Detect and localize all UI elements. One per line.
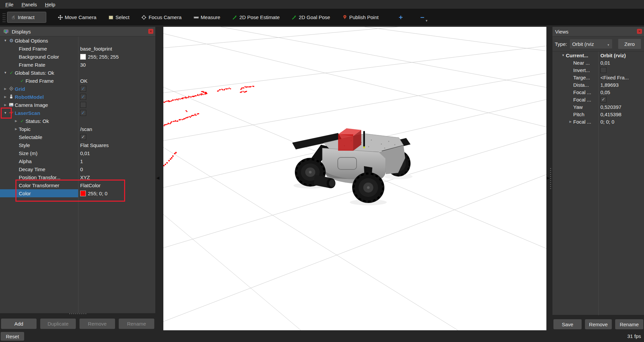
checkbox[interactable]: ✓ xyxy=(600,96,606,102)
menu-panels[interactable]: Panels xyxy=(17,1,41,8)
display-row-status-ok[interactable]: ▶✓Status: Ok xyxy=(0,117,155,125)
row-label: Fixed Frame xyxy=(19,46,47,52)
rename-display-button: Rename xyxy=(119,319,154,329)
view-prop-row-focal[interactable]: Focal ...✓ xyxy=(552,96,644,103)
splitter-handle[interactable] xyxy=(550,167,551,189)
expander-closed-icon[interactable]: ▶ xyxy=(3,95,8,98)
display-row-selectable[interactable]: Selectable✓ xyxy=(0,133,155,141)
expander-open-icon[interactable]: ▼ xyxy=(3,111,8,115)
display-row-decay-time[interactable]: Decay Time0 xyxy=(0,165,155,173)
expander-open-icon[interactable]: ▼ xyxy=(3,71,8,74)
toolbar-overflow-icon[interactable]: ▼ xyxy=(425,19,428,22)
row-label: Position Transfor... xyxy=(19,175,60,180)
rename-view-button[interactable]: Rename xyxy=(615,319,643,329)
tool-interact[interactable]: ☝Interact xyxy=(7,12,46,23)
display-row-fixed-frame[interactable]: Fixed Framebase_footprint xyxy=(0,45,155,53)
gear-icon: ⚙ xyxy=(8,38,15,43)
displays-panel-header: Displays xyxy=(0,27,155,37)
tool-measure[interactable]: Measure xyxy=(190,12,223,22)
tool-publish-point[interactable]: Publish Point xyxy=(339,12,382,22)
display-row-color[interactable]: Color255; 0; 0 xyxy=(0,189,155,197)
remove-view-button[interactable]: Remove xyxy=(585,319,612,329)
row-label: Invert... xyxy=(573,67,590,73)
checkbox[interactable]: ✓ xyxy=(80,110,86,116)
viewport-svg xyxy=(163,27,546,330)
add-tool-button[interactable]: + xyxy=(396,13,406,21)
menu-help[interactable]: Help xyxy=(41,1,59,8)
status-ok-icon: ✓ xyxy=(19,78,25,83)
viewport-3d[interactable] xyxy=(163,27,546,330)
display-row-background-color[interactable]: Background Color255; 255; 255 xyxy=(0,53,155,61)
view-prop-row-targe[interactable]: Targe...<Fixed Fra... xyxy=(552,74,644,81)
row-label: Color xyxy=(19,191,31,196)
remove-display-button: Remove xyxy=(79,319,115,329)
row-label: Focal ... xyxy=(573,97,591,102)
view-prop-row-invert[interactable]: Invert... xyxy=(552,66,644,74)
checkbox[interactable] xyxy=(80,102,86,108)
expander-closed-icon[interactable]: ▶ xyxy=(3,103,8,107)
view-prop-row-near[interactable]: Near ...0,01 xyxy=(552,59,644,66)
display-row-frame-rate[interactable]: Frame Rate30 xyxy=(0,61,155,69)
display-row-global-status-ok[interactable]: ▼✓Global Status: Ok xyxy=(0,69,155,77)
tool-focus-camera[interactable]: Focus Camera xyxy=(138,12,184,22)
display-row-position-transfor[interactable]: Position Transfor...XYZ xyxy=(0,173,155,181)
panel-collapse-left-icon[interactable]: ◀ xyxy=(156,176,159,180)
expander-closed-icon[interactable]: ▶ xyxy=(13,119,19,123)
expander-closed-icon[interactable]: ▶ xyxy=(568,120,573,123)
row-label: Global Options xyxy=(15,38,48,44)
checkbox[interactable]: ✓ xyxy=(80,86,86,92)
display-row-camera-image[interactable]: ▶Camera Image xyxy=(0,101,155,109)
display-row-global-options[interactable]: ▼⚙Global Options xyxy=(0,37,155,45)
row-value: XYZ xyxy=(78,173,155,181)
display-row-robotmodel[interactable]: ▶RobotModel✓ xyxy=(0,93,155,101)
checkbox[interactable] xyxy=(600,67,606,73)
displays-resize-handle[interactable] xyxy=(69,313,86,315)
row-value: ✓ xyxy=(78,133,155,141)
display-row-fixed-frame[interactable]: ✓Fixed FrameOK xyxy=(0,77,155,85)
view-type-label: Type: xyxy=(555,41,567,47)
ruler-icon xyxy=(193,14,199,20)
close-icon[interactable] xyxy=(637,29,642,34)
view-prop-row-focal[interactable]: ▶Focal ...0; 0; 0 xyxy=(552,118,644,125)
checkbox[interactable]: ✓ xyxy=(80,134,86,140)
display-row-alpha[interactable]: Alpha1 xyxy=(0,157,155,165)
row-label: Targe... xyxy=(573,75,590,80)
zero-button[interactable]: Zero xyxy=(618,39,641,49)
view-prop-row-dista[interactable]: Dista...1,89693 xyxy=(552,81,644,88)
view-prop-row-focal[interactable]: Focal ...0,05 xyxy=(552,88,644,96)
display-row-size-m[interactable]: Size (m)0,01 xyxy=(0,149,155,157)
display-row-style[interactable]: StyleFlat Squares xyxy=(0,141,155,149)
reset-button[interactable]: Reset xyxy=(1,332,24,341)
tool-move-camera[interactable]: Move Camera xyxy=(54,12,99,22)
row-value: ✓ xyxy=(78,109,155,117)
display-row-grid[interactable]: ▶Grid✓ xyxy=(0,85,155,93)
display-row-color-transformer[interactable]: Color TransformerFlatColor xyxy=(0,181,155,189)
display-row-topic[interactable]: ▶Topic/scan xyxy=(0,125,155,133)
tool-2d-pose-estimate[interactable]: 2D Pose Estimate xyxy=(229,12,283,22)
view-prop-row-yaw[interactable]: Yaw0,520397 xyxy=(552,103,644,111)
toolbar-grip-handle[interactable] xyxy=(2,13,6,22)
row-label: Size (m) xyxy=(19,150,38,156)
views-panel: Views Type: Orbit (rviz Zero ▼Current...… xyxy=(552,27,644,315)
expander-closed-icon[interactable]: ▶ xyxy=(13,127,19,131)
expander-open-icon[interactable]: ▼ xyxy=(560,54,566,57)
add-display-button[interactable]: Add xyxy=(1,319,37,329)
row-value: 1 xyxy=(78,157,155,165)
expander-closed-icon[interactable]: ▶ xyxy=(3,87,8,90)
row-value: <Fixed Fra... xyxy=(598,74,644,81)
view-prop-row-pitch[interactable]: Pitch0,415398 xyxy=(552,111,644,118)
menu-file[interactable]: File xyxy=(1,1,17,8)
view-type-dropdown[interactable]: Orbit (rviz xyxy=(570,39,612,49)
close-icon[interactable] xyxy=(148,29,153,34)
panel-collapse-right-icon[interactable]: ▶ xyxy=(547,176,550,180)
row-label: RobotModel xyxy=(15,94,44,100)
tool-select[interactable]: Select xyxy=(105,12,132,22)
view-prop-row-current[interactable]: ▼Current...Orbit (rviz) xyxy=(552,52,644,59)
checkbox[interactable]: ✓ xyxy=(80,94,86,100)
row-label: Fixed Frame xyxy=(25,78,54,84)
save-view-button[interactable]: Save xyxy=(553,319,582,329)
expander-open-icon[interactable]: ▼ xyxy=(3,39,8,42)
display-row-laserscan[interactable]: ▼LaserScan✓ xyxy=(0,109,155,117)
tool-2d-goal-pose[interactable]: 2D Goal Pose xyxy=(288,12,333,22)
row-value xyxy=(78,101,155,109)
